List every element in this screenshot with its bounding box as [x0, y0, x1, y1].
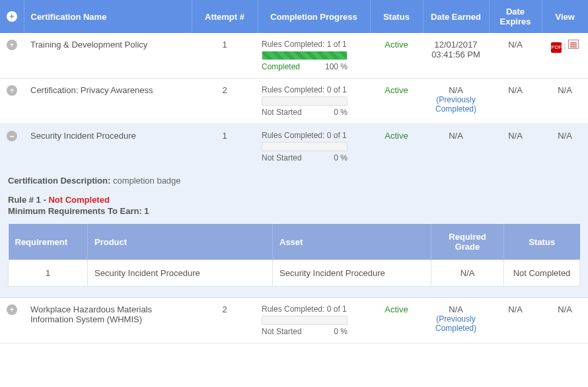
date-expires: N/A — [489, 79, 542, 124]
min-requirements: Minimum Requirements To Earn: 1 — [8, 206, 580, 216]
certifications-table: + Certification Name Attempt # Completio… — [0, 0, 588, 343]
description-label: Certification Description: — [8, 176, 113, 186]
progress-cell: Rules Completed: 0 of 1Not Started0 % — [258, 298, 370, 343]
cert-name: Training & Development Policy — [24, 33, 192, 79]
status-cell: Active — [370, 33, 423, 79]
date-expires: N/A — [489, 33, 542, 79]
date-earned: N/A(Previously Completed) — [423, 298, 489, 343]
progress-state: Not Started — [262, 327, 302, 336]
progress-pct: 0 % — [334, 327, 348, 336]
progress-bar — [262, 51, 348, 60]
col-view[interactable]: View — [542, 0, 588, 33]
col-earned[interactable]: Date Earned — [423, 0, 489, 33]
expand-icon[interactable]: + — [7, 85, 17, 96]
previously-completed-link[interactable]: (Previously Completed) — [427, 314, 485, 333]
progress-bar — [262, 96, 348, 106]
cert-name: Workplace Hazardous Materials Informatio… — [24, 298, 192, 343]
previously-completed-link[interactable]: (Previously Completed) — [427, 95, 485, 114]
status-cell: Active — [370, 124, 423, 170]
view-cell: N/A — [542, 79, 588, 124]
attempt-number: 2 — [192, 79, 258, 124]
progress-bar — [262, 142, 348, 151]
plus-icon: + — [7, 11, 17, 22]
table-header: + Certification Name Attempt # Completio… — [0, 0, 588, 33]
col-attempt[interactable]: Attempt # — [192, 0, 258, 33]
table-row: +Certification: Privacy Awareness2Rules … — [0, 79, 588, 124]
certificate-icon[interactable] — [568, 40, 579, 49]
progress-text: Rules Completed: 0 of 1 — [262, 85, 366, 94]
progress-state: Not Started — [262, 108, 302, 117]
col-expires[interactable]: Date Expires — [489, 0, 542, 33]
collapse-icon[interactable]: – — [7, 131, 17, 141]
date-earned: 12/01/2017 03:41:56 PM — [423, 33, 489, 79]
progress-cell: Rules Completed: 0 of 1Not Started0 % — [258, 124, 370, 170]
col-status[interactable]: Status — [370, 0, 423, 33]
attempt-number: 1 — [192, 33, 258, 79]
progress-cell: Rules Completed: 1 of 1Completed100 % — [258, 33, 370, 79]
rule-status: Not Completed — [48, 195, 109, 205]
col-progress[interactable]: Completion Progress — [258, 0, 370, 33]
date-expires: N/A — [489, 298, 542, 343]
progress-pct: 0 % — [334, 108, 348, 117]
date-expires: N/A — [489, 124, 542, 170]
requirement-status: Not Completed — [504, 260, 580, 287]
progress-text: Rules Completed: 0 of 1 — [262, 131, 366, 140]
col-name[interactable]: Certification Name — [24, 0, 192, 33]
progress-bar — [262, 316, 348, 325]
date-earned: N/A — [423, 124, 489, 170]
requirement-row: 1Security Incident ProcedureSecurity Inc… — [9, 260, 580, 287]
view-cell: N/A — [542, 124, 588, 170]
view-cell: PDF| — [542, 33, 588, 79]
progress-pct: 0 % — [334, 153, 348, 162]
progress-cell: Rules Completed: 0 of 1Not Started0 % — [258, 79, 370, 124]
expand-all-header[interactable]: + — [0, 0, 24, 33]
cert-name: Security Incident Procedure — [24, 124, 192, 170]
certification-detail-panel: Certification Description: completion ba… — [0, 169, 588, 298]
progress-state: Not Started — [262, 153, 302, 162]
view-cell: N/A — [542, 298, 588, 343]
date-earned: N/A(Previously Completed) — [423, 79, 489, 124]
progress-pct: 100 % — [325, 62, 348, 71]
progress-text: Rules Completed: 0 of 1 — [262, 304, 366, 314]
progress-state: Completed — [262, 62, 300, 71]
table-row: –Security Incident Procedure1Rules Compl… — [0, 124, 588, 170]
attempt-number: 1 — [192, 124, 258, 170]
table-row: +Workplace Hazardous Materials Informati… — [0, 298, 588, 343]
progress-text: Rules Completed: 1 of 1 — [262, 40, 366, 49]
expand-icon[interactable]: + — [7, 304, 17, 315]
table-row: +Training & Development Policy1Rules Com… — [0, 33, 588, 79]
pdf-icon[interactable]: PDF — [551, 42, 562, 53]
status-cell: Active — [370, 298, 423, 343]
description-value: completion badge — [113, 176, 181, 186]
expand-icon[interactable]: + — [7, 40, 17, 50]
status-cell: Active — [370, 79, 423, 124]
cert-name: Certification: Privacy Awareness — [24, 79, 192, 124]
rule-label: Rule # 1 - — [8, 195, 48, 205]
requirements-table: RequirementProductAssetRequired GradeSta… — [8, 224, 580, 287]
attempt-number: 2 — [192, 298, 258, 343]
